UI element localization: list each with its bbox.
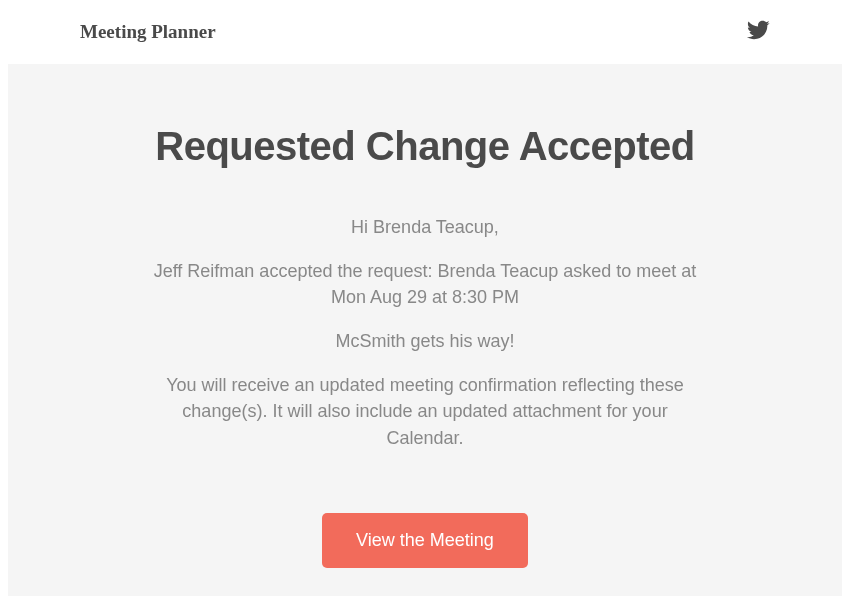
- logo: Meeting Planner: [80, 21, 216, 43]
- page-title: Requested Change Accepted: [143, 124, 707, 169]
- note-text: McSmith gets his way!: [143, 328, 707, 354]
- twitter-icon[interactable]: [746, 18, 770, 46]
- email-body: Requested Change Accepted Hi Brenda Teac…: [8, 64, 842, 596]
- message-text: Jeff Reifman accepted the request: Brend…: [143, 258, 707, 310]
- view-meeting-button[interactable]: View the Meeting: [322, 513, 528, 568]
- greeting-text: Hi Brenda Teacup,: [143, 214, 707, 240]
- button-wrapper: View the Meeting: [143, 513, 707, 568]
- email-header: Meeting Planner: [0, 0, 850, 64]
- footer-text: You will receive an updated meeting conf…: [143, 372, 707, 450]
